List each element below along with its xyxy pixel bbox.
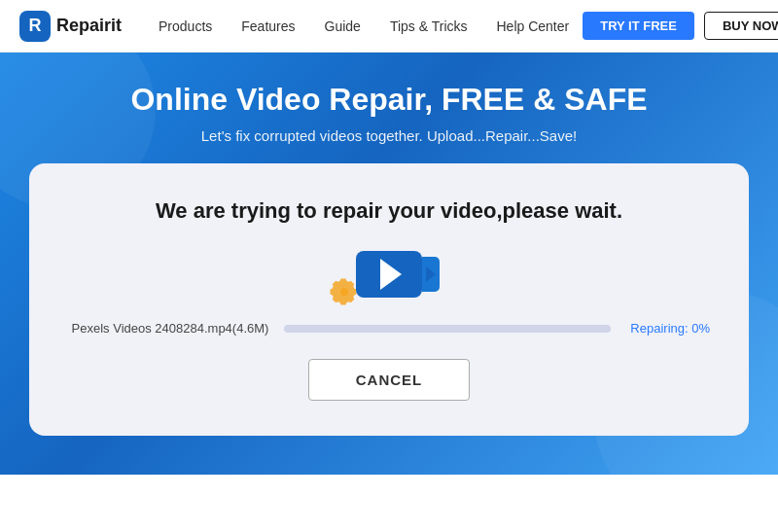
nav-item-products[interactable]: Products (145, 13, 226, 40)
hero-title: Online Video Repair, FREE & SAFE (19, 82, 759, 118)
logo-link[interactable]: R Repairit (19, 11, 122, 42)
cancel-button[interactable]: CANCEL (308, 359, 471, 401)
file-name: Pexels Videos 2408284.mp4(4.6M) (68, 321, 272, 336)
nav-item-tips[interactable]: Tips & Tricks (376, 13, 481, 40)
navbar-actions: TRY IT FREE BUY NOW (583, 12, 778, 40)
nav-item-features[interactable]: Features (228, 13, 308, 40)
progress-label: Repairing: 0% (622, 321, 710, 336)
nav-item-help[interactable]: Help Center (483, 13, 584, 40)
camera-notch (422, 257, 440, 292)
progress-bar-background (284, 325, 611, 333)
camera-body (356, 251, 422, 298)
navbar: R Repairit Products Features Guide Tips … (0, 0, 778, 53)
navbar-nav: Products Features Guide Tips & Tricks He… (145, 13, 583, 40)
camera-lens (380, 259, 402, 290)
logo-text: Repairit (56, 16, 122, 36)
logo-icon: R (19, 11, 51, 42)
video-camera-icon (338, 251, 440, 298)
nav-item-guide[interactable]: Guide (311, 13, 374, 40)
video-repair-icon (68, 251, 710, 298)
progress-area: Pexels Videos 2408284.mp4(4.6M) Repairin… (68, 321, 710, 336)
hero-section: Online Video Repair, FREE & SAFE Let's f… (0, 53, 778, 475)
hero-subtitle: Let's fix corrupted videos together. Upl… (19, 127, 759, 144)
try-free-button[interactable]: TRY IT FREE (583, 12, 694, 40)
cancel-button-wrapper: CANCEL (68, 359, 710, 401)
repair-card: We are trying to repair your video,pleas… (29, 163, 749, 436)
buy-now-button[interactable]: BUY NOW (704, 12, 778, 40)
repair-card-title: We are trying to repair your video,pleas… (68, 198, 710, 224)
